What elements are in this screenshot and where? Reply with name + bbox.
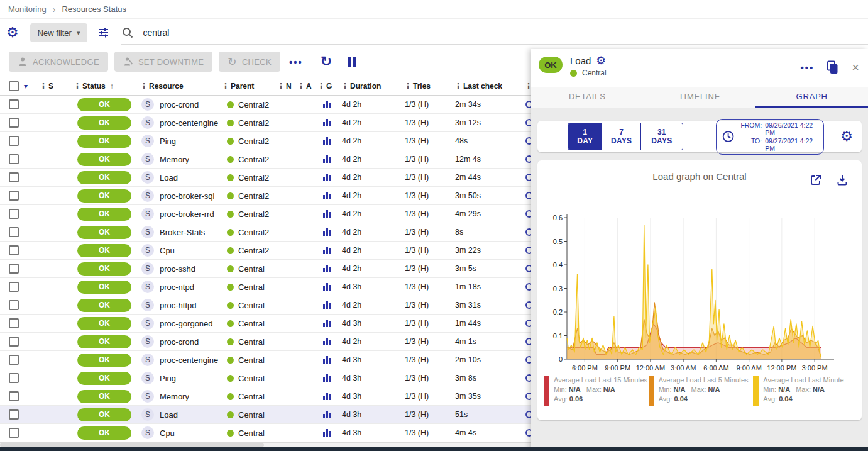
tab-timeline[interactable]: TIMELINE [644,87,756,108]
header-parent[interactable]: ⋮Parent [219,82,274,91]
drag-dots-icon[interactable]: ⋮ [297,82,304,91]
row-checkbox[interactable] [9,300,19,310]
select-all-checkbox[interactable] [9,81,19,91]
table-row[interactable]: OK Sproc-centengine Central2 4d 2h 1/3 (… [0,114,531,132]
range-button-31-days[interactable]: 31 DAYS [640,123,683,150]
header-action[interactable]: ⋮A [294,82,314,91]
table-row[interactable]: OK SCpu Central 4d 3h 1/3 (H) 4m 4s [0,424,531,442]
row-checkbox[interactable] [9,191,19,201]
graph-settings-gear-icon[interactable]: ⚙ [840,130,853,143]
graph-icon[interactable] [323,338,338,345]
acknowledge-button[interactable]: ACKNOWLEDGE [9,52,108,72]
row-checkbox[interactable] [9,318,19,328]
row-checkbox[interactable] [9,209,19,219]
table-row[interactable]: OK SLoad Central 4d 3h 1/3 (H) 51s [0,406,531,424]
graph-icon[interactable] [323,393,338,400]
download-icon[interactable] [837,174,848,186]
header-last-check[interactable]: ⋮Last check [451,82,522,91]
header-resource[interactable]: ⋮Resource [137,82,219,91]
pause-icon[interactable] [348,57,356,67]
filter-settings-gear-icon[interactable]: ⚙ [6,26,19,40]
row-checkbox[interactable] [9,245,19,255]
select-menu-caret-icon[interactable]: ▾ [24,82,36,91]
set-downtime-button[interactable]: SET DOWNTIME [114,52,212,72]
table-row[interactable]: OK Sproc-crond Central 4d 2h 1/3 (H) 4m … [0,333,531,351]
drag-dots-icon[interactable]: ⋮ [404,82,411,91]
range-button-1-day[interactable]: 1 DAY [568,123,602,150]
breadcrumb-monitoring[interactable]: Monitoring [8,4,47,14]
header-status[interactable]: ⋮Status↑ [70,81,137,91]
graph-icon[interactable] [323,356,338,364]
breadcrumb-resources-status[interactable]: Resources Status [62,4,126,14]
graph-icon[interactable] [323,301,338,309]
table-row[interactable]: OK Sproc-httpd Central 4d 2h 1/3 (H) 3m … [0,296,531,315]
header-graph[interactable]: ⋮G [314,82,338,91]
row-checkbox[interactable] [9,264,19,274]
copy-link-icon[interactable] [827,60,839,74]
drag-dots-icon[interactable]: ⋮ [454,82,461,91]
check-button[interactable]: ↻ CHECK [219,52,280,72]
table-row[interactable]: OK SMemory Central2 4d 2h 1/3 (H) 12m 4s [0,150,531,169]
table-row[interactable]: OK SBroker-Stats Central2 4d 2h 1/3 (H) … [0,223,531,242]
tune-filter-icon[interactable] [97,26,110,39]
header-severity[interactable]: ⋮S [36,82,70,91]
table-row[interactable]: OK SPing Central 4d 3h 1/3 (H) 3m 8s [0,369,531,387]
table-row[interactable]: OK Sproc-broker-sql Central2 4d 2h 1/3 (… [0,187,531,205]
tab-graph[interactable]: GRAPH [755,87,868,108]
graph-icon[interactable] [323,101,338,108]
row-checkbox[interactable] [9,391,19,401]
table-row[interactable]: OK SLoad Central2 4d 2h 1/3 (H) 2m 44s [0,169,531,187]
new-filter-button[interactable]: New filter ▾ [30,23,88,42]
row-checkbox[interactable] [9,355,19,365]
table-row[interactable]: OK SMemory Central 4d 3h 1/3 (H) 3m 35s [0,387,531,406]
graph-icon[interactable] [323,247,338,254]
drag-dots-icon[interactable]: ⋮ [222,82,229,91]
more-actions-icon[interactable]: ••• [289,57,303,67]
resource-settings-gear-icon[interactable]: ⚙ [596,55,605,66]
row-checkbox[interactable] [9,373,19,383]
graph-icon[interactable] [323,429,338,437]
row-checkbox[interactable] [9,154,19,164]
row-checkbox[interactable] [9,409,19,420]
row-checkbox[interactable] [9,99,19,109]
row-checkbox[interactable] [9,136,19,146]
legend-item[interactable]: Average Load Last 15 Minutes Min:N/A Max… [544,376,649,406]
drag-dots-icon[interactable]: ⋮ [341,82,348,91]
row-checkbox[interactable] [9,337,19,347]
drag-dots-icon[interactable]: ⋮ [317,82,324,91]
graph-icon[interactable] [323,320,338,327]
drag-dots-icon[interactable]: ⋮ [140,82,147,91]
graph-icon[interactable] [323,374,338,382]
close-panel-icon[interactable]: × [852,61,859,74]
header-tries[interactable]: ⋮Tries [401,82,451,91]
row-checkbox[interactable] [9,428,19,438]
datetime-range-picker[interactable]: FROM:09/26/2021 4:22 PM TO:09/27/2021 4:… [716,119,824,155]
open-in-new-icon[interactable] [810,174,821,186]
graph-icon[interactable] [323,411,338,418]
table-row[interactable]: OK SCpu Central2 4d 2h 1/3 (H) 3m 22s [0,242,531,260]
graph-icon[interactable] [323,119,338,126]
table-row[interactable]: OK Sproc-ntpd Central 4d 3h 1/3 (H) 1m 1… [0,278,531,296]
drag-dots-icon[interactable]: ⋮ [40,82,47,91]
graph-icon[interactable] [323,192,338,199]
header-notes[interactable]: ⋮N [274,82,294,91]
graph-icon[interactable] [323,265,338,272]
header-duration[interactable]: ⋮Duration [338,82,401,91]
table-row[interactable]: OK Sproc-sshd Central 4d 2h 1/3 (H) 3m 5… [0,260,531,278]
table-row[interactable]: OK SPing Central2 4d 2h 1/3 (H) 48s [0,132,531,150]
row-checkbox[interactable] [9,227,19,237]
row-checkbox[interactable] [9,282,19,292]
legend-item[interactable]: Average Load Last 5 Minutes Min:N/A Max:… [649,376,754,406]
table-row[interactable]: OK Sproc-centengine Central 4d 3h 1/3 (H… [0,351,531,369]
graph-icon[interactable] [323,283,338,291]
drag-dots-icon[interactable]: ⋮ [277,82,284,91]
table-row[interactable]: OK Sproc-gorgoned Central 4d 3h 1/3 (H) … [0,315,531,333]
row-checkbox[interactable] [9,118,19,128]
row-checkbox[interactable] [9,172,19,182]
graph-icon[interactable] [323,210,338,218]
panel-more-actions-icon[interactable]: ••• [801,62,815,73]
legend-item[interactable]: Average Load Last Minute Min:N/A Max:N/A… [753,376,858,406]
refresh-icon[interactable]: ↻ [321,55,332,69]
tab-details[interactable]: DETAILS [531,87,644,108]
table-row[interactable]: OK Sproc-broker-rrd Central2 4d 2h 1/3 (… [0,205,531,223]
